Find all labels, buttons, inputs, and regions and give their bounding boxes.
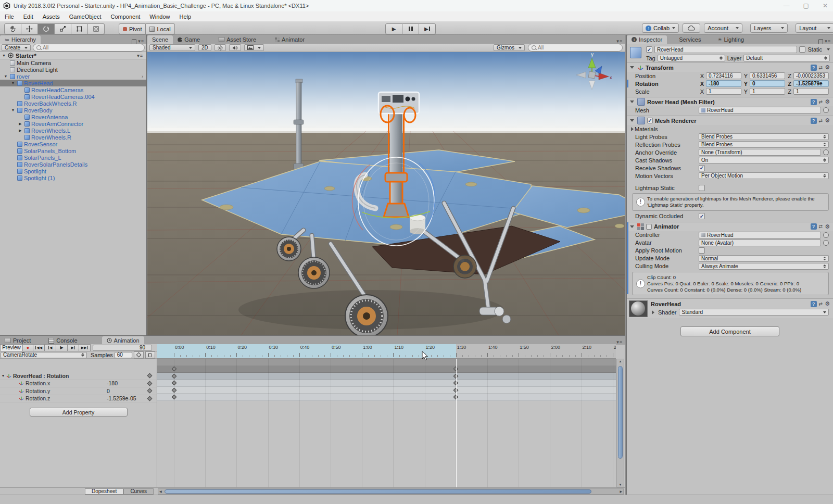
dopesheet-tab[interactable]: Dopesheet bbox=[85, 488, 123, 495]
hierarchy-item[interactable]: ▼ RoverBody bbox=[0, 107, 146, 114]
position-x-field[interactable]: 0.7234116 bbox=[706, 72, 741, 79]
hscroll-thumb[interactable] bbox=[165, 489, 591, 494]
fold-arrow-icon[interactable]: ▼ bbox=[3, 74, 8, 78]
timeline-ruler[interactable]: 0:000:100:200:300:400:501:001:101:201:30… bbox=[157, 344, 616, 359]
step-button[interactable]: ▶ bbox=[419, 23, 436, 34]
motion-vectors-dropdown[interactable]: Per Object Motion bbox=[699, 172, 829, 179]
local-toggle-button[interactable]: Local bbox=[146, 23, 174, 34]
rotation-z-field[interactable]: -1.525879e bbox=[793, 80, 829, 87]
light-probes-dropdown[interactable]: Blend Probes bbox=[699, 133, 829, 140]
fold-arrow-icon[interactable]: ▼ bbox=[10, 108, 16, 112]
hierarchy-item[interactable]: RoverSensor bbox=[0, 141, 146, 147]
tab-lighting[interactable]: ☀ Lighting bbox=[713, 35, 749, 44]
tag-dropdown[interactable]: Untagged bbox=[658, 55, 725, 61]
rotation-x-field[interactable]: -180 bbox=[706, 80, 741, 87]
help-icon[interactable]: ? bbox=[811, 301, 817, 307]
material-fold-icon[interactable] bbox=[652, 310, 654, 314]
animation-property-row[interactable]: ▼ RoverHead : Rotation bbox=[0, 372, 157, 380]
material-header[interactable]: RoverHead ?⇄⚙ Shader Standard bbox=[627, 298, 833, 318]
hierarchy-item[interactable]: ▶ RoverArmConnector bbox=[0, 120, 146, 127]
scene-root-menu-icon[interactable]: ▾≡ bbox=[137, 53, 145, 58]
account-dropdown[interactable]: Account bbox=[704, 23, 742, 33]
collab-button[interactable]: ↑ Collab bbox=[642, 23, 679, 33]
lock-icon[interactable] bbox=[132, 39, 136, 44]
animation-property-row[interactable]: Rotation.x -180 bbox=[0, 380, 157, 388]
mesh-renderer-enabled-checkbox[interactable]: ✓ bbox=[647, 118, 653, 123]
keyframe-indicator-icon[interactable] bbox=[147, 381, 153, 386]
name-field[interactable]: RoverHead bbox=[654, 46, 797, 53]
layers-dropdown[interactable]: Layers bbox=[750, 23, 788, 33]
add-keyframe-button[interactable] bbox=[134, 351, 144, 359]
play-button[interactable]: ▶ bbox=[385, 23, 402, 34]
tab-inspector[interactable]: i Inspector bbox=[627, 35, 667, 44]
scroll-left-icon[interactable]: ◀ bbox=[159, 489, 162, 493]
next-key-button[interactable]: ▶ bbox=[68, 344, 79, 351]
tab-asset-store[interactable]: Asset Store bbox=[214, 35, 261, 44]
layer-dropdown[interactable]: Default bbox=[743, 55, 830, 61]
object-picker-icon[interactable] bbox=[823, 232, 829, 238]
vscroll-thumb[interactable] bbox=[618, 366, 623, 459]
gear-icon[interactable]: ⚙ bbox=[825, 300, 830, 307]
prev-key-button[interactable]: ◀ bbox=[45, 344, 56, 351]
keyframe-indicator-icon[interactable] bbox=[147, 373, 153, 379]
cloud-button[interactable] bbox=[683, 23, 700, 33]
prefab-chevron-icon[interactable]: › bbox=[142, 74, 143, 79]
anchor-override-field[interactable]: None (Transform) bbox=[699, 149, 821, 156]
hierarchy-search-input[interactable]: All bbox=[33, 44, 145, 52]
gizmos-dropdown[interactable]: Gizmos bbox=[494, 44, 525, 51]
inspector-menu-icon[interactable]: ▾≡ bbox=[825, 39, 831, 44]
hand-tool-icon[interactable] bbox=[4, 23, 21, 34]
first-key-button[interactable]: ◀◀ bbox=[33, 344, 45, 351]
property-value[interactable]: -1.5259e-05 bbox=[107, 395, 136, 401]
curves-tab[interactable]: Curves bbox=[123, 488, 154, 495]
preset-icon[interactable]: ⇄ bbox=[819, 118, 823, 123]
scene-search-input[interactable]: All bbox=[528, 44, 623, 52]
fold-arrow-icon[interactable]: ▼ bbox=[0, 374, 6, 377]
hierarchy-item[interactable]: Spotlight bbox=[0, 168, 146, 174]
menu-assets[interactable]: Assets bbox=[38, 14, 65, 20]
hierarchy-item[interactable]: ▼ rover › bbox=[0, 73, 146, 80]
scale-z-field[interactable]: 1 bbox=[793, 88, 829, 95]
avatar-object-field[interactable]: None (Avatar) bbox=[699, 240, 821, 246]
fold-arrow-icon[interactable]: ▶ bbox=[18, 122, 23, 126]
property-value[interactable]: 0 bbox=[107, 388, 110, 394]
tab-services[interactable]: Services bbox=[674, 35, 705, 44]
menu-help[interactable]: Help bbox=[174, 14, 196, 20]
animator-enabled-checkbox[interactable] bbox=[646, 224, 652, 230]
pivot-toggle-button[interactable]: Pivot bbox=[119, 23, 146, 34]
help-icon[interactable]: ? bbox=[811, 118, 817, 124]
lightmap-static-checkbox[interactable] bbox=[699, 185, 705, 191]
hierarchy-item[interactable]: RoverWheels.R bbox=[0, 134, 146, 141]
pause-button[interactable] bbox=[402, 23, 419, 34]
scale-tool-icon[interactable] bbox=[55, 23, 71, 34]
receive-shadows-checkbox[interactable]: ✓ bbox=[699, 165, 705, 171]
hierarchy-item[interactable]: RoverBackWheels.R bbox=[0, 100, 146, 107]
reflection-probes-dropdown[interactable]: Blend Probes bbox=[699, 141, 829, 148]
hierarchy-item[interactable]: SolarPanels_Bottom bbox=[0, 147, 146, 154]
scene-effects-dropdown[interactable] bbox=[244, 44, 264, 51]
scroll-right-icon[interactable]: ▶ bbox=[620, 489, 622, 493]
hierarchy-item[interactable]: ▶ RoverWheels.L bbox=[0, 127, 146, 134]
gear-icon[interactable]: ⚙ bbox=[825, 117, 830, 124]
layout-dropdown[interactable]: Layout bbox=[796, 23, 833, 33]
scroll-up-icon[interactable]: ▲ bbox=[617, 360, 624, 363]
samples-field[interactable]: 60 bbox=[115, 352, 132, 358]
preset-icon[interactable]: ⇄ bbox=[819, 224, 823, 229]
minimize-icon[interactable]: — bbox=[784, 2, 790, 9]
hierarchy-item[interactable]: RoverAntenna bbox=[0, 114, 146, 120]
scene-panel-menu-icon[interactable]: ▾≡ bbox=[616, 39, 625, 44]
dopesheet[interactable] bbox=[157, 359, 616, 487]
preset-icon[interactable]: ⇄ bbox=[819, 65, 823, 70]
hierarchy-item[interactable]: RoverSolarPanelsDetails bbox=[0, 161, 146, 168]
fold-arrow-icon[interactable]: ▼ bbox=[10, 81, 16, 85]
scene-lighting-toggle[interactable] bbox=[214, 44, 226, 51]
mesh-object-field[interactable]: RoverHead bbox=[699, 107, 821, 114]
tab-animation[interactable]: Animation bbox=[102, 336, 144, 345]
preview-toggle-button[interactable]: Preview bbox=[0, 344, 23, 351]
hierarchy-item[interactable]: ▼ RoverHead bbox=[0, 80, 146, 86]
apply-root-motion-checkbox[interactable] bbox=[699, 247, 705, 254]
dopesheet-hscrollbar[interactable]: ◀ ▶ bbox=[158, 488, 624, 495]
scale-y-field[interactable]: 1 bbox=[750, 88, 785, 95]
gear-icon[interactable]: ⚙ bbox=[825, 98, 830, 105]
tab-scene[interactable]: Scene bbox=[147, 35, 173, 44]
